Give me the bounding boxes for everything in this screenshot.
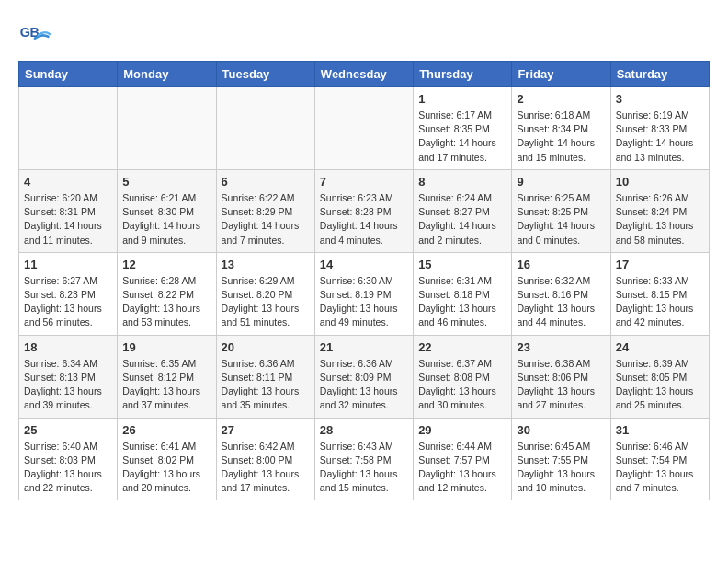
svg-text:G: G: [20, 25, 30, 40]
day-number: 28: [320, 423, 408, 437]
calendar-cell: 4Sunrise: 6:20 AM Sunset: 8:31 PM Daylig…: [19, 169, 118, 252]
day-number: 30: [517, 423, 605, 437]
day-number: 12: [122, 258, 210, 271]
calendar-cell: 2Sunrise: 6:18 AM Sunset: 8:34 PM Daylig…: [512, 87, 610, 170]
day-info: Sunrise: 6:18 AM Sunset: 8:34 PM Dayligh…: [517, 109, 605, 165]
calendar-week-row: 4Sunrise: 6:20 AM Sunset: 8:31 PM Daylig…: [19, 169, 710, 252]
day-info: Sunrise: 6:33 AM Sunset: 8:15 PM Dayligh…: [616, 274, 704, 330]
day-info: Sunrise: 6:23 AM Sunset: 8:28 PM Dayligh…: [320, 191, 408, 247]
day-info: Sunrise: 6:46 AM Sunset: 7:54 PM Dayligh…: [616, 440, 704, 496]
calendar-cell: 28Sunrise: 6:43 AM Sunset: 7:58 PM Dayli…: [314, 418, 413, 500]
day-number: 20: [222, 340, 310, 354]
day-number: 27: [222, 423, 310, 437]
calendar-cell: 20Sunrise: 6:36 AM Sunset: 8:11 PM Dayli…: [216, 335, 314, 418]
day-number: 17: [616, 258, 704, 271]
calendar-cell: 27Sunrise: 6:42 AM Sunset: 8:00 PM Dayli…: [216, 418, 314, 500]
day-of-week-header: Tuesday: [216, 62, 314, 87]
calendar-cell: 10Sunrise: 6:26 AM Sunset: 8:24 PM Dayli…: [610, 169, 709, 252]
day-number: 1: [418, 92, 506, 106]
calendar-cell: 6Sunrise: 6:22 AM Sunset: 8:29 PM Daylig…: [216, 169, 314, 252]
calendar-table: SundayMondayTuesdayWednesdayThursdayFrid…: [18, 61, 710, 500]
calendar-cell: [314, 87, 413, 170]
calendar-cell: 15Sunrise: 6:31 AM Sunset: 8:18 PM Dayli…: [414, 252, 512, 335]
calendar-cell: 14Sunrise: 6:30 AM Sunset: 8:19 PM Dayli…: [314, 252, 413, 335]
calendar-cell: 17Sunrise: 6:33 AM Sunset: 8:15 PM Dayli…: [610, 252, 709, 335]
calendar-cell: 11Sunrise: 6:27 AM Sunset: 8:23 PM Dayli…: [19, 252, 118, 335]
day-number: 24: [616, 340, 704, 354]
page-header: G B: [18, 18, 710, 52]
day-info: Sunrise: 6:17 AM Sunset: 8:35 PM Dayligh…: [418, 109, 506, 165]
day-info: Sunrise: 6:32 AM Sunset: 8:16 PM Dayligh…: [517, 274, 605, 330]
calendar-cell: 21Sunrise: 6:36 AM Sunset: 8:09 PM Dayli…: [314, 335, 413, 418]
day-number: 14: [320, 258, 408, 271]
calendar-week-row: 11Sunrise: 6:27 AM Sunset: 8:23 PM Dayli…: [19, 252, 710, 335]
calendar-cell: 13Sunrise: 6:29 AM Sunset: 8:20 PM Dayli…: [216, 252, 314, 335]
day-info: Sunrise: 6:31 AM Sunset: 8:18 PM Dayligh…: [418, 274, 506, 330]
day-info: Sunrise: 6:22 AM Sunset: 8:29 PM Dayligh…: [222, 191, 310, 247]
day-number: 10: [616, 175, 704, 189]
day-number: 18: [24, 340, 112, 354]
day-number: 11: [24, 258, 112, 271]
day-number: 4: [24, 175, 112, 189]
day-info: Sunrise: 6:38 AM Sunset: 8:06 PM Dayligh…: [517, 357, 605, 413]
calendar-cell: [216, 87, 314, 170]
day-info: Sunrise: 6:34 AM Sunset: 8:13 PM Dayligh…: [24, 357, 112, 413]
calendar-cell: [118, 87, 216, 170]
day-info: Sunrise: 6:27 AM Sunset: 8:23 PM Dayligh…: [24, 274, 112, 330]
calendar-cell: 16Sunrise: 6:32 AM Sunset: 8:16 PM Dayli…: [512, 252, 610, 335]
day-info: Sunrise: 6:28 AM Sunset: 8:22 PM Dayligh…: [122, 274, 210, 330]
day-number: 22: [418, 340, 506, 354]
day-info: Sunrise: 6:37 AM Sunset: 8:08 PM Dayligh…: [418, 357, 506, 413]
calendar-cell: 23Sunrise: 6:38 AM Sunset: 8:06 PM Dayli…: [512, 335, 610, 418]
day-number: 16: [517, 258, 605, 271]
calendar-cell: 31Sunrise: 6:46 AM Sunset: 7:54 PM Dayli…: [610, 418, 709, 500]
day-info: Sunrise: 6:20 AM Sunset: 8:31 PM Dayligh…: [24, 191, 112, 247]
day-number: 3: [616, 92, 704, 106]
day-info: Sunrise: 6:40 AM Sunset: 8:03 PM Dayligh…: [24, 440, 112, 496]
day-info: Sunrise: 6:36 AM Sunset: 8:11 PM Dayligh…: [222, 357, 310, 413]
day-of-week-header: Thursday: [414, 62, 512, 87]
day-number: 6: [222, 175, 310, 189]
day-info: Sunrise: 6:44 AM Sunset: 7:57 PM Dayligh…: [418, 440, 506, 496]
calendar-cell: 19Sunrise: 6:35 AM Sunset: 8:12 PM Dayli…: [118, 335, 216, 418]
calendar-cell: 9Sunrise: 6:25 AM Sunset: 8:25 PM Daylig…: [512, 169, 610, 252]
day-number: 7: [320, 175, 408, 189]
logo-icon: G B: [18, 18, 51, 52]
day-info: Sunrise: 6:26 AM Sunset: 8:24 PM Dayligh…: [616, 191, 704, 247]
calendar-cell: 30Sunrise: 6:45 AM Sunset: 7:55 PM Dayli…: [512, 418, 610, 500]
calendar-cell: 5Sunrise: 6:21 AM Sunset: 8:30 PM Daylig…: [118, 169, 216, 252]
day-info: Sunrise: 6:41 AM Sunset: 8:02 PM Dayligh…: [122, 440, 210, 496]
calendar-cell: 3Sunrise: 6:19 AM Sunset: 8:33 PM Daylig…: [610, 87, 709, 170]
day-number: 13: [222, 258, 310, 271]
calendar-header-row: SundayMondayTuesdayWednesdayThursdayFrid…: [19, 62, 710, 87]
day-number: 5: [122, 175, 210, 189]
day-info: Sunrise: 6:39 AM Sunset: 8:05 PM Dayligh…: [616, 357, 704, 413]
calendar-cell: 18Sunrise: 6:34 AM Sunset: 8:13 PM Dayli…: [19, 335, 118, 418]
day-info: Sunrise: 6:29 AM Sunset: 8:20 PM Dayligh…: [222, 274, 310, 330]
day-of-week-header: Friday: [512, 62, 610, 87]
day-info: Sunrise: 6:21 AM Sunset: 8:30 PM Dayligh…: [122, 191, 210, 247]
day-of-week-header: Saturday: [610, 62, 709, 87]
day-info: Sunrise: 6:19 AM Sunset: 8:33 PM Dayligh…: [616, 109, 704, 165]
day-info: Sunrise: 6:43 AM Sunset: 7:58 PM Dayligh…: [320, 440, 408, 496]
day-info: Sunrise: 6:24 AM Sunset: 8:27 PM Dayligh…: [418, 191, 506, 247]
calendar-week-row: 18Sunrise: 6:34 AM Sunset: 8:13 PM Dayli…: [19, 335, 710, 418]
calendar-cell: 25Sunrise: 6:40 AM Sunset: 8:03 PM Dayli…: [19, 418, 118, 500]
day-info: Sunrise: 6:30 AM Sunset: 8:19 PM Dayligh…: [320, 274, 408, 330]
calendar-cell: 1Sunrise: 6:17 AM Sunset: 8:35 PM Daylig…: [414, 87, 512, 170]
day-info: Sunrise: 6:35 AM Sunset: 8:12 PM Dayligh…: [122, 357, 210, 413]
calendar-cell: 22Sunrise: 6:37 AM Sunset: 8:08 PM Dayli…: [414, 335, 512, 418]
calendar-cell: 26Sunrise: 6:41 AM Sunset: 8:02 PM Dayli…: [118, 418, 216, 500]
day-number: 25: [24, 423, 112, 437]
logo: G B: [18, 18, 55, 52]
day-number: 19: [122, 340, 210, 354]
day-of-week-header: Wednesday: [314, 62, 413, 87]
day-number: 23: [517, 340, 605, 354]
day-number: 31: [616, 423, 704, 437]
calendar-week-row: 25Sunrise: 6:40 AM Sunset: 8:03 PM Dayli…: [19, 418, 710, 500]
calendar-cell: [19, 87, 118, 170]
day-number: 15: [418, 258, 506, 271]
day-number: 2: [517, 92, 605, 106]
day-of-week-header: Sunday: [19, 62, 118, 87]
day-info: Sunrise: 6:45 AM Sunset: 7:55 PM Dayligh…: [517, 440, 605, 496]
